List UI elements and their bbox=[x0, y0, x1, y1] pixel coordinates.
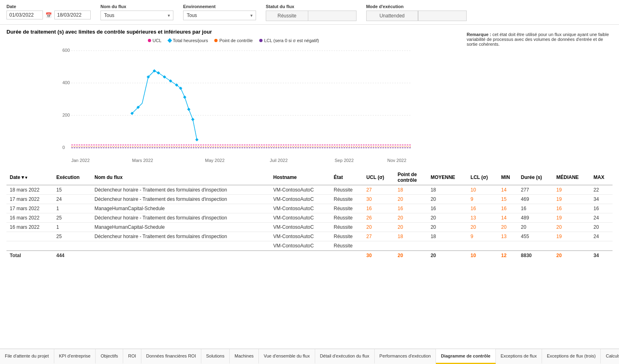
tab-détail-d'exécution-du-flux[interactable]: Détail d'exécution du flux bbox=[315, 349, 375, 364]
cell-min bbox=[498, 241, 518, 251]
th-ucl[interactable]: UCL (σ) bbox=[363, 169, 394, 185]
table-row: 16 mars 202225Déclencheur horaire - Trai… bbox=[6, 213, 613, 222]
cell-execution: 25 bbox=[53, 213, 91, 222]
legend-lcl: LCL (sera 0 si σ est négatif) bbox=[259, 38, 319, 43]
chart-svg: 600 400 200 0 Jan 2022 Mars 2022 May 202… bbox=[6, 45, 460, 166]
main-content: Durée de traitement (s) avec limites de … bbox=[0, 25, 619, 356]
tab-solutions[interactable]: Solutions bbox=[201, 349, 230, 364]
cell-execution bbox=[53, 241, 91, 251]
svg-text:400: 400 bbox=[62, 80, 70, 85]
table-wrapper[interactable]: Date ▾ Exécution Nom du flux Hostname Ét… bbox=[6, 169, 613, 260]
flux-select[interactable]: Tous bbox=[100, 11, 173, 20]
cell-moyenne: 20 bbox=[427, 222, 467, 232]
total-point_controle: 20 bbox=[394, 251, 427, 260]
cell-hostname: VM-ContosoAutoC bbox=[270, 222, 331, 232]
cell-point_controle: 18 bbox=[394, 232, 427, 241]
chart-left: Durée de traitement (s) avec limites de … bbox=[6, 29, 460, 166]
cell-etat: Réussite bbox=[331, 232, 363, 241]
statut-reussite-button[interactable]: Réussite bbox=[266, 11, 308, 21]
cell-ucl: 20 bbox=[363, 222, 394, 232]
th-duree[interactable]: Durée (s) bbox=[518, 169, 553, 185]
cell-min: 13 bbox=[498, 232, 518, 241]
tab-vue-d'ensemble-du-flux[interactable]: Vue d'ensemble du flux bbox=[259, 349, 315, 364]
date-to-input[interactable] bbox=[54, 11, 91, 19]
total-moyenne: 20 bbox=[427, 251, 467, 260]
table-row: 17 mars 202224Déclencheur horaire - Trai… bbox=[6, 194, 613, 204]
th-max[interactable]: MAX bbox=[590, 169, 613, 185]
cell-duree: 469 bbox=[518, 194, 553, 204]
mode-unattended-button[interactable]: Unattended bbox=[366, 11, 418, 21]
tab-diagramme-de-contrôle[interactable]: Diagramme de contrôle bbox=[436, 349, 495, 364]
env-select-wrapper[interactable]: Tous bbox=[183, 11, 256, 20]
th-min[interactable]: MIN bbox=[498, 169, 518, 185]
cell-nom_flux: Déclencheur horaire - Traitement des for… bbox=[91, 185, 270, 195]
date-from-input[interactable] bbox=[6, 11, 43, 19]
tab-données-financières-roi[interactable]: Données financières ROI bbox=[141, 349, 201, 364]
cell-date: 16 mars 2022 bbox=[6, 213, 53, 222]
statut-empty-button[interactable] bbox=[308, 11, 356, 21]
th-hostname[interactable]: Hostname bbox=[270, 169, 331, 185]
cell-mediane bbox=[553, 241, 590, 251]
cell-max: 22 bbox=[590, 185, 613, 195]
total-hostname bbox=[270, 251, 331, 260]
svg-marker-28 bbox=[191, 118, 194, 121]
env-filter-group: Environnement Tous bbox=[183, 4, 256, 20]
legend-point-label: Point de contrôle bbox=[219, 38, 253, 43]
cell-ucl: 26 bbox=[363, 213, 394, 222]
tab-performances-d'exécution[interactable]: Performances d'exécution bbox=[375, 349, 436, 364]
tab-roi[interactable]: ROI bbox=[123, 349, 141, 364]
th-point-controle[interactable]: Point decontrôle bbox=[394, 169, 427, 185]
tab-exceptions-de-flux-(trois)[interactable]: Exceptions de flux (trois) bbox=[542, 349, 601, 364]
mode-empty-button[interactable] bbox=[418, 11, 467, 21]
cell-ucl: 27 bbox=[363, 185, 394, 195]
data-table: Date ▾ Exécution Nom du flux Hostname Ét… bbox=[6, 169, 613, 260]
cell-nom_flux bbox=[91, 241, 270, 251]
cell-duree: 277 bbox=[518, 185, 553, 195]
lcl-icon bbox=[259, 39, 263, 42]
cell-point_controle: 20 bbox=[394, 222, 427, 232]
th-moyenne[interactable]: MOYENNE bbox=[427, 169, 467, 185]
legend-ucl-label: UCL bbox=[153, 38, 162, 43]
cell-min: 15 bbox=[498, 194, 518, 204]
tab-calculs-roi[interactable]: Calculs ROI bbox=[601, 349, 619, 364]
table-row: VM-ContosoAutoCRéussite bbox=[6, 241, 613, 251]
tab-machines[interactable]: Machines bbox=[230, 349, 259, 364]
env-select[interactable]: Tous bbox=[183, 11, 256, 20]
tab-file-d'attente-du-projet[interactable]: File d'attente du projet bbox=[0, 349, 54, 364]
th-mediane[interactable]: MÉDIANE bbox=[553, 169, 590, 185]
cell-lcl: 9 bbox=[467, 232, 498, 241]
cell-date bbox=[6, 232, 53, 241]
total-execution: 444 bbox=[53, 251, 91, 260]
tab-exceptions-de-flux[interactable]: Exceptions de flux bbox=[496, 349, 542, 364]
tab-objectifs[interactable]: Objectifs bbox=[96, 349, 123, 364]
th-etat[interactable]: État bbox=[331, 169, 363, 185]
chart-legend: UCL Total heures/jours Point de contrôle… bbox=[6, 38, 460, 43]
cell-mediane: 19 bbox=[553, 194, 590, 204]
flux-select-wrapper[interactable]: Tous bbox=[100, 11, 173, 20]
svg-marker-23 bbox=[169, 79, 172, 83]
cell-duree: 20 bbox=[518, 222, 553, 232]
th-lcl[interactable]: LCL (σ) bbox=[467, 169, 498, 185]
cell-execution: 25 bbox=[53, 232, 91, 241]
cell-execution: 24 bbox=[53, 194, 91, 204]
cell-max: 16 bbox=[590, 204, 613, 213]
svg-text:Nov 2022: Nov 2022 bbox=[387, 158, 406, 163]
cell-nom_flux: ManageHumanCapital-Schedule bbox=[91, 204, 270, 213]
flux-label: Nom du flux bbox=[100, 4, 173, 9]
legend-point: Point de contrôle bbox=[214, 38, 253, 43]
th-execution[interactable]: Exécution bbox=[53, 169, 91, 185]
tab-kpi-d'entreprise[interactable]: KPI d'entreprise bbox=[54, 349, 96, 364]
env-label: Environnement bbox=[183, 4, 256, 9]
cell-max: 24 bbox=[590, 232, 613, 241]
cell-etat: Réussite bbox=[331, 241, 363, 251]
th-date[interactable]: Date ▾ bbox=[6, 169, 53, 185]
total-etat bbox=[331, 251, 363, 260]
cell-moyenne: 18 bbox=[427, 232, 467, 241]
cell-hostname: VM-ContosoAutoC bbox=[270, 204, 331, 213]
cell-mediane: 20 bbox=[553, 222, 590, 232]
cell-moyenne: 20 bbox=[427, 213, 467, 222]
cell-hostname: VM-ContosoAutoC bbox=[270, 241, 331, 251]
calendar-icon[interactable]: 📅 bbox=[45, 12, 52, 18]
chart-section: Durée de traitement (s) avec limites de … bbox=[6, 29, 613, 166]
th-nom-flux[interactable]: Nom du flux bbox=[91, 169, 270, 185]
